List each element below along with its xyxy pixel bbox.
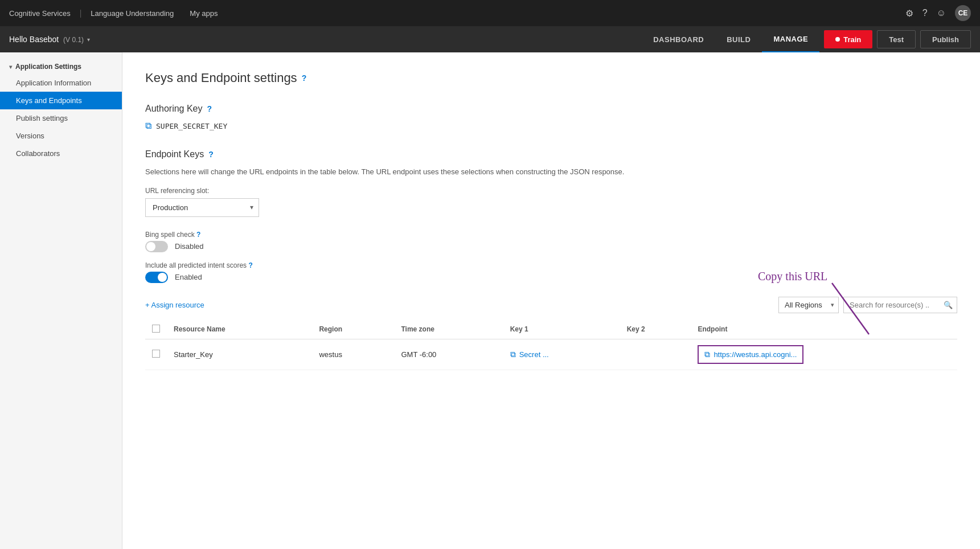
row-checkbox-cell	[145, 339, 167, 370]
predicted-toggle-thumb	[158, 273, 167, 282]
url-slot-select-wrapper: Production Staging ▾	[145, 198, 259, 217]
key1-copy-cell[interactable]: ⧉ Secret ...	[510, 350, 613, 359]
col-timezone: Time zone	[394, 320, 503, 339]
feedback-icon[interactable]: ☺	[937, 8, 946, 18]
predicted-intent-toggle[interactable]	[145, 272, 168, 283]
key1-value: Secret ...	[519, 350, 549, 359]
bing-spell-check-toggle[interactable]	[145, 241, 168, 252]
top-nav-right: ⚙ ? ☺ CE	[905, 5, 971, 21]
top-nav: Cognitive Services | Language Understand…	[0, 0, 980, 26]
endpoint-copy-icon: ⧉	[704, 350, 710, 359]
predicted-intent-status: Enabled	[175, 273, 202, 281]
bing-toggle-thumb	[146, 242, 155, 251]
resource-table: Resource Name Region Time zone Key 1 Key…	[145, 320, 957, 370]
search-wrapper: 🔍	[843, 297, 957, 313]
region-select-wrapper: All Regions ▾	[778, 297, 839, 313]
url-slot-label: URL referencing slot:	[145, 187, 957, 195]
col-resource-name: Resource Name	[167, 320, 312, 339]
settings-icon[interactable]: ⚙	[905, 8, 913, 19]
authoring-key-section-title: Authoring Key ?	[145, 104, 957, 114]
endpoint-description: Selections here will change the URL endp…	[145, 166, 957, 178]
col-endpoint: Endpoint	[691, 320, 957, 339]
authoring-key-value: SUPER_SECRET_KEY	[156, 122, 227, 130]
table-section: + Assign resource All Regions ▾ 🔍	[145, 297, 957, 370]
sidebar: ▾ Application Settings Application Infor…	[0, 52, 122, 549]
url-slot-dropdown[interactable]: Production Staging	[145, 198, 259, 217]
test-button[interactable]: Test	[877, 30, 916, 48]
sidebar-section-header[interactable]: ▾ Application Settings	[0, 57, 122, 74]
app-title[interactable]: Hello Basebot (V 0.1) ▾	[9, 35, 90, 44]
brand-label: Cognitive Services	[9, 9, 71, 18]
predicted-help-icon[interactable]: ?	[248, 261, 252, 269]
app-title-chevron: ▾	[87, 36, 90, 43]
train-button[interactable]: Train	[824, 30, 872, 48]
sidebar-chevron: ▾	[9, 64, 12, 70]
row-checkbox[interactable]	[152, 350, 160, 358]
annotation-container: Copy this URL Resource Name Region Time …	[145, 320, 957, 370]
authoring-key-row: ⧉ SUPER_SECRET_KEY	[145, 121, 957, 131]
select-all-checkbox[interactable]	[152, 325, 160, 333]
sidebar-item-publish-settings[interactable]: Publish settings	[0, 109, 122, 127]
main-content: Keys and Endpoint settings ? Authoring K…	[122, 52, 980, 549]
endpoint-keys-section: Endpoint Keys ? Selections here will cha…	[145, 149, 957, 283]
nav-actions: DASHBOARD BUILD MANAGE Train Test Publis…	[642, 26, 971, 52]
train-dot	[835, 37, 840, 42]
bing-spell-check-label: Bing spell check ?	[145, 231, 957, 239]
nav-separator: |	[80, 9, 82, 18]
secondary-nav: Hello Basebot (V 0.1) ▾ DASHBOARD BUILD …	[0, 26, 980, 52]
avatar[interactable]: CE	[955, 5, 971, 21]
sidebar-item-keys-endpoints[interactable]: Keys and Endpoints	[0, 92, 122, 109]
bing-spell-check-row: Disabled	[145, 241, 957, 252]
endpoint-keys-section-title: Endpoint Keys ?	[145, 149, 957, 159]
row-key1: ⧉ Secret ...	[503, 339, 620, 370]
sidebar-item-app-info[interactable]: Application Information	[0, 74, 122, 92]
bing-help-icon[interactable]: ?	[196, 231, 200, 239]
col-key1: Key 1	[503, 320, 620, 339]
authoring-key-copy-icon[interactable]: ⧉	[145, 121, 151, 131]
bing-spell-check-status: Disabled	[175, 242, 204, 251]
table-row: Starter_Key westus GMT -6:00 ⧉ Secret ..…	[145, 339, 957, 370]
help-icon[interactable]: ?	[922, 8, 928, 18]
page-title-help-icon[interactable]: ?	[302, 73, 307, 83]
publish-button[interactable]: Publish	[920, 30, 971, 48]
sidebar-item-versions[interactable]: Versions	[0, 127, 122, 145]
layout: ▾ Application Settings Application Infor…	[0, 52, 980, 549]
key1-copy-icon: ⧉	[510, 350, 516, 359]
page-title: Keys and Endpoint settings ?	[145, 71, 957, 85]
table-controls: + Assign resource All Regions ▾ 🔍	[145, 297, 957, 313]
app-title-text: Hello Basebot (V 0.1)	[9, 35, 84, 44]
table-filters: All Regions ▾ 🔍	[778, 297, 957, 313]
col-key2: Key 2	[620, 320, 691, 339]
service-name-label: Language Understanding	[91, 9, 174, 18]
assign-resource-button[interactable]: + Assign resource	[145, 301, 204, 309]
endpoint-keys-help-icon[interactable]: ?	[208, 150, 214, 159]
row-resource-name: Starter_Key	[167, 339, 312, 370]
endpoint-url-cell[interactable]: ⧉ https://westus.api.cogni...	[698, 345, 803, 364]
row-key2	[620, 339, 691, 370]
col-checkbox	[145, 320, 167, 339]
my-apps-link[interactable]: My apps	[190, 9, 218, 18]
row-timezone: GMT -6:00	[394, 339, 503, 370]
endpoint-url-value: https://westus.api.cogni...	[714, 350, 797, 359]
sidebar-section-label: Application Settings	[15, 63, 81, 71]
sidebar-item-collaborators[interactable]: Collaborators	[0, 145, 122, 162]
row-endpoint: ⧉ https://westus.api.cogni...	[691, 339, 957, 370]
col-region: Region	[312, 320, 394, 339]
nav-build[interactable]: BUILD	[715, 26, 762, 52]
predicted-intent-label: Include all predicted intent scores ?	[145, 261, 957, 269]
authoring-key-help-icon[interactable]: ?	[207, 104, 212, 113]
predicted-intent-row: Enabled	[145, 272, 957, 283]
search-icon: 🔍	[944, 301, 953, 309]
resource-search-input[interactable]	[843, 297, 957, 313]
region-dropdown[interactable]: All Regions	[778, 297, 839, 313]
row-region: westus	[312, 339, 394, 370]
nav-dashboard[interactable]: DASHBOARD	[642, 26, 715, 52]
nav-manage[interactable]: MANAGE	[762, 26, 819, 52]
